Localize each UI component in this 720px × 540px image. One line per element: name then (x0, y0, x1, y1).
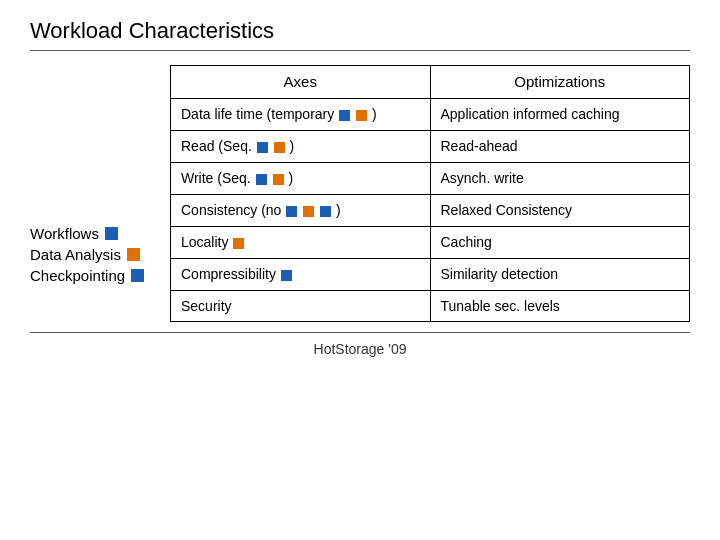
axes-text: Compressibility (181, 266, 280, 282)
opt-cell: Asynch. write (430, 163, 690, 195)
checkpointing-swatch (131, 269, 144, 282)
axes-cell: Security (171, 290, 431, 322)
top-divider (30, 50, 690, 51)
axes-text: Consistency (no (181, 202, 285, 218)
page: Workload Characteristics Workflows Data … (0, 0, 720, 540)
list-item: Checkpointing (30, 267, 160, 284)
opt-cell: Caching (430, 226, 690, 258)
left-panel: Workflows Data Analysis Checkpointing (30, 65, 170, 288)
orange-swatch (233, 238, 244, 249)
content-area: Workflows Data Analysis Checkpointing Ax… (30, 65, 690, 322)
axes-suffix: ) (288, 170, 293, 186)
blue-swatch (281, 270, 292, 281)
axes-text: Data life time (temporary (181, 106, 338, 122)
axes-suffix: ) (336, 202, 341, 218)
orange-swatch (274, 142, 285, 153)
table-row: Locality Caching (171, 226, 690, 258)
table-row: Read (Seq. )Read-ahead (171, 131, 690, 163)
workflows-label: Workflows (30, 225, 99, 242)
axes-text: Write (Seq. (181, 170, 255, 186)
page-title: Workload Characteristics (30, 18, 274, 44)
list-item: Workflows (30, 225, 160, 242)
blue-swatch (286, 206, 297, 217)
table-row: Data life time (temporary )Application i… (171, 99, 690, 131)
characteristics-table: Axes Optimizations Data life time (tempo… (170, 65, 690, 322)
axes-text: Read (Seq. (181, 138, 256, 154)
opt-cell: Relaxed Consistency (430, 194, 690, 226)
axes-cell: Compressibility (171, 258, 431, 290)
opt-cell: Tunable sec. levels (430, 290, 690, 322)
table-row: Write (Seq. )Asynch. write (171, 163, 690, 195)
table-row: Compressibility Similarity detection (171, 258, 690, 290)
table-row: Security Tunable sec. levels (171, 290, 690, 322)
axes-cell: Write (Seq. ) (171, 163, 431, 195)
axes-cell: Consistency (no ) (171, 194, 431, 226)
axes-cell: Read (Seq. ) (171, 131, 431, 163)
table-row: Consistency (no )Relaxed Consistency (171, 194, 690, 226)
axes-text: Locality (181, 234, 232, 250)
axes-cell: Locality (171, 226, 431, 258)
checkpointing-label: Checkpointing (30, 267, 125, 284)
blue-swatch (256, 174, 267, 185)
opt-cell: Similarity detection (430, 258, 690, 290)
axes-text: Security (181, 298, 232, 314)
footer: HotStorage '09 (30, 341, 690, 357)
axes-suffix: ) (372, 106, 377, 122)
blue-swatch (320, 206, 331, 217)
blue-swatch (257, 142, 268, 153)
optimizations-header: Optimizations (430, 66, 690, 99)
opt-cell: Application informed caching (430, 99, 690, 131)
orange-swatch (273, 174, 284, 185)
data-analysis-swatch (127, 248, 140, 261)
opt-cell: Read-ahead (430, 131, 690, 163)
blue-swatch (339, 110, 350, 121)
orange-swatch (356, 110, 367, 121)
axes-suffix: ) (290, 138, 295, 154)
orange-swatch (303, 206, 314, 217)
axes-header: Axes (171, 66, 431, 99)
list-item: Data Analysis (30, 246, 160, 263)
axes-cell: Data life time (temporary ) (171, 99, 431, 131)
data-analysis-label: Data Analysis (30, 246, 121, 263)
bottom-divider (30, 332, 690, 333)
workflows-swatch (105, 227, 118, 240)
